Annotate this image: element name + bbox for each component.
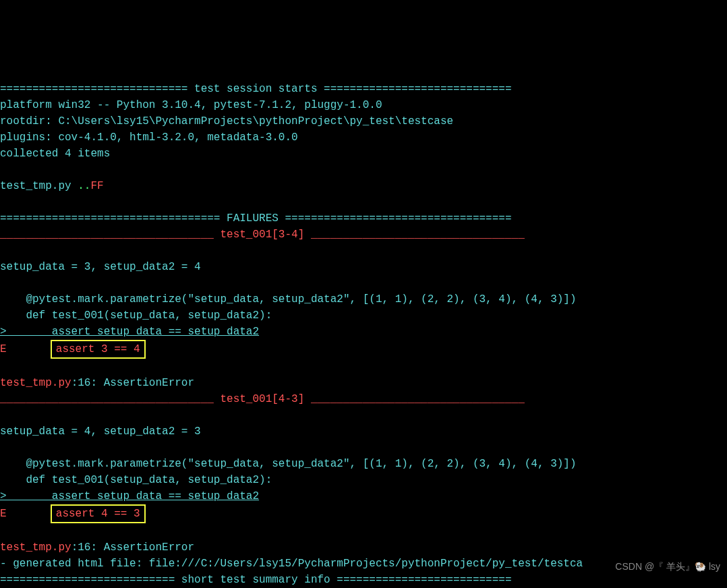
test2-error: assert 4 == 3: [56, 508, 140, 520]
test1-error-prefix: E: [0, 343, 52, 355]
test2-decorator: @pytest.mark.parametrize("setup_data, se…: [0, 458, 577, 470]
plugins-line: plugins: cov-4.1.0, html-3.2.0, metadata…: [0, 131, 298, 144]
test2-setup: setup_data = 4, setup_data2 = 3: [0, 425, 201, 438]
test-fail: FF: [90, 180, 103, 192]
test2-name: _________________________________ test_0…: [0, 393, 525, 405]
test2-assert: > assert setup_data == setup_data2: [0, 490, 259, 502]
rootdir-line: rootdir: C:\Users\lsy15\PycharmProjects\…: [0, 115, 453, 127]
test1-decorator: @pytest.mark.parametrize("setup_data, se…: [0, 293, 577, 305]
test-file: test_tmp.py: [0, 180, 78, 192]
terminal-output: ============================= test sessi…: [0, 65, 727, 588]
test1-error: assert 3 == 4: [56, 343, 140, 355]
summary-header: =========================== short test s…: [0, 574, 512, 586]
test1-assert: > assert setup_data == setup_data2: [0, 326, 259, 338]
test2-loc-file: test_tmp.py: [0, 541, 71, 554]
platform-line: platform win32 -- Python 3.10.4, pytest-…: [0, 99, 382, 111]
test2-def: def test_001(setup_data, setup_data2):: [0, 474, 272, 486]
test1-loc-file: test_tmp.py: [0, 377, 71, 389]
test2-loc-line: :16: AssertionError: [71, 541, 194, 554]
test1-setup: setup_data = 3, setup_data2 = 4: [0, 261, 201, 273]
test1-def: def test_001(setup_data, setup_data2):: [0, 310, 272, 322]
test1-loc-line: :16: AssertionError: [71, 377, 194, 389]
session-header: ============================= test sessi…: [0, 83, 512, 95]
test2-error-prefix: E: [0, 508, 52, 520]
collected-line: collected 4 items: [0, 148, 110, 160]
test-pass: ..: [78, 180, 90, 192]
test1-name: _________________________________ test_0…: [0, 229, 525, 241]
watermark: CSDN @『 羊头』🐏 lsy: [615, 558, 720, 575]
test1-error-highlight: assert 3 == 4: [51, 340, 146, 359]
failures-header: ================================== FAILU…: [0, 212, 512, 225]
html-report: - generated html file: file:///C:/Users/…: [0, 558, 583, 570]
test2-error-highlight: assert 4 == 3: [51, 504, 146, 523]
